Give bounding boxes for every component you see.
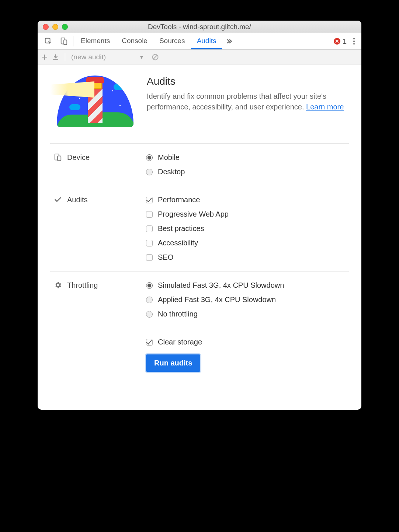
lighthouse-illustration [50, 76, 133, 131]
radio-applied[interactable] [146, 297, 153, 303]
desc-text: Identify and fix common problems that af… [147, 92, 326, 111]
checkbox-accessibility[interactable] [146, 240, 153, 246]
audits-panel: Audits Identify and fix common problems … [38, 64, 361, 396]
more-tabs-icon[interactable] [222, 33, 237, 49]
gear-icon [54, 281, 62, 289]
section-device: Device Mobile Desktop [50, 143, 349, 186]
radio-none[interactable] [146, 311, 153, 318]
option-throttling-sim[interactable]: Simulated Fast 3G, 4x CPU Slowdown [146, 281, 349, 290]
option-label: Progressive Web App [158, 210, 229, 218]
option-label: Desktop [158, 168, 185, 176]
audit-selector-label: (new audit) [71, 53, 106, 61]
learn-more-link[interactable]: Learn more [306, 103, 344, 111]
option-label: Performance [158, 196, 200, 204]
option-audit-performance[interactable]: Performance [146, 196, 349, 204]
titlebar: DevTools - wind-sprout.glitch.me/ [38, 21, 361, 33]
page-description: Identify and fix common problems that af… [147, 91, 349, 112]
option-label: Simulated Fast 3G, 4x CPU Slowdown [158, 281, 284, 290]
audit-selector[interactable]: (new audit) ▼ [71, 53, 144, 61]
option-clear-storage[interactable]: Clear storage [146, 338, 349, 346]
option-label: Applied Fast 3G, 4x CPU Slowdown [158, 295, 276, 304]
audits-subtoolbar: (new audit) ▼ [38, 50, 361, 64]
option-label: Best practices [158, 224, 204, 233]
checkbox-performance[interactable] [146, 197, 153, 203]
section-label: Device [67, 153, 90, 162]
section-audits: Audits Performance Progressive Web App B… [50, 186, 349, 271]
divider [65, 53, 65, 61]
divider [73, 36, 73, 46]
tab-audits[interactable]: Audits [191, 33, 222, 49]
svg-rect-2 [64, 40, 67, 45]
checkbox-seo[interactable] [146, 254, 153, 261]
checkbox-clear-storage[interactable] [146, 339, 153, 346]
chevron-down-icon: ▼ [139, 54, 144, 60]
option-audit-seo[interactable]: SEO [146, 253, 349, 262]
option-label: No throttling [158, 310, 198, 318]
checkbox-pwa[interactable] [146, 211, 153, 218]
page-title: Audits [147, 76, 349, 87]
devtools-window: DevTools - wind-sprout.glitch.me/ Elemen… [38, 21, 361, 410]
hero: Audits Identify and fix common problems … [50, 76, 349, 143]
inspect-element-icon[interactable] [41, 33, 56, 49]
device-icon [54, 153, 62, 161]
clear-icon[interactable] [152, 53, 159, 61]
option-throttling-none[interactable]: No throttling [146, 310, 349, 318]
tab-sources[interactable]: Sources [153, 33, 191, 49]
run-audits-button[interactable]: Run audits [146, 354, 200, 372]
tab-elements[interactable]: Elements [75, 33, 116, 49]
option-label: Accessibility [158, 239, 198, 247]
settings-menu-icon[interactable] [350, 33, 358, 49]
error-count-badge[interactable]: ✕ 1 [331, 33, 350, 49]
error-icon: ✕ [334, 38, 340, 45]
window-title: DevTools - wind-sprout.glitch.me/ [38, 23, 361, 31]
section-label: Audits [67, 196, 88, 204]
error-count: 1 [343, 37, 347, 46]
option-throttling-applied[interactable]: Applied Fast 3G, 4x CPU Slowdown [146, 295, 349, 304]
option-audit-best-practices[interactable]: Best practices [146, 224, 349, 233]
section-run: Clear storage Run audits [50, 328, 349, 381]
radio-sim[interactable] [146, 282, 153, 289]
option-label: Clear storage [158, 338, 202, 346]
radio-desktop[interactable] [146, 169, 153, 175]
option-device-mobile[interactable]: Mobile [146, 153, 349, 162]
tab-console[interactable]: Console [116, 33, 153, 49]
option-label: Mobile [158, 153, 180, 162]
checkbox-best-practices[interactable] [146, 225, 153, 232]
radio-mobile[interactable] [146, 154, 153, 161]
section-label: Throttling [67, 281, 98, 290]
svg-rect-5 [58, 156, 61, 161]
option-label: SEO [158, 253, 173, 262]
device-toggle-icon[interactable] [56, 33, 72, 49]
option-audit-pwa[interactable]: Progressive Web App [146, 210, 349, 218]
panel-tabs: Elements Console Sources Audits ✕ 1 [38, 33, 361, 50]
new-audit-icon[interactable] [41, 54, 48, 60]
download-icon[interactable] [52, 54, 59, 60]
option-audit-accessibility[interactable]: Accessibility [146, 239, 349, 247]
option-device-desktop[interactable]: Desktop [146, 168, 349, 176]
section-throttling: Throttling Simulated Fast 3G, 4x CPU Slo… [50, 271, 349, 328]
check-icon [54, 196, 62, 204]
